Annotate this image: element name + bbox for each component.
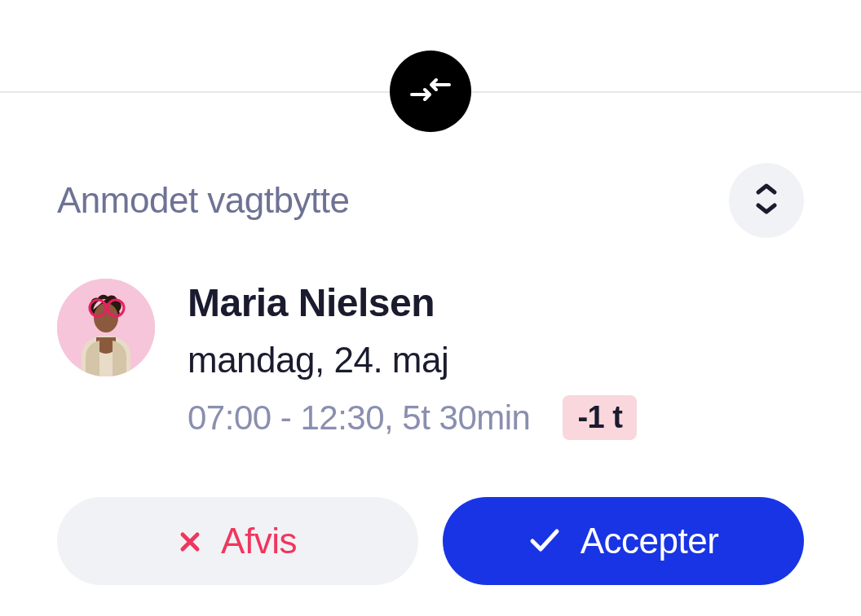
reject-label: Afvis [221,521,297,561]
swap-badge [390,51,471,132]
shift-time: 07:00 - 12:30, 5t 30min [188,398,530,438]
chevron-up-icon [755,183,778,199]
section-title: Anmodet vagtbytte [57,180,349,221]
expand-collapse-button[interactable] [729,163,804,238]
hours-delta-badge: -1 t [563,395,637,440]
reject-button[interactable]: Afvis [57,497,418,585]
accept-button[interactable]: Accepter [443,497,804,585]
accept-label: Accepter [581,521,719,561]
avatar [57,279,155,376]
person-name: Maria Nielsen [188,280,637,325]
close-icon [179,521,201,561]
chevron-down-icon [755,202,778,218]
check-icon [528,521,561,561]
swap-icon [410,77,451,105]
shift-date: mandag, 24. maj [188,340,637,381]
